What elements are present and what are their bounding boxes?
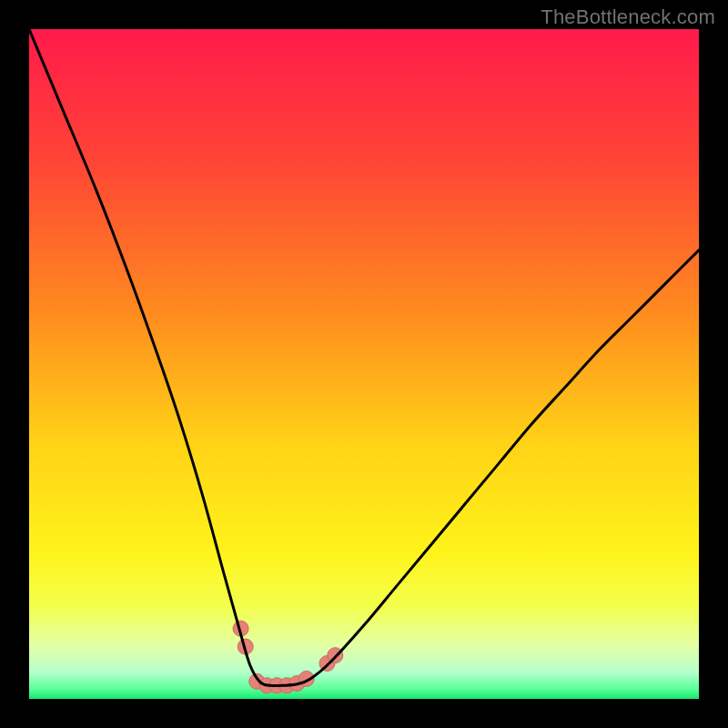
curve-layer <box>29 29 699 699</box>
chart-frame: TheBottleneck.com <box>0 0 728 728</box>
watermark-text: TheBottleneck.com <box>541 5 715 29</box>
plot-area <box>29 29 699 699</box>
bottleneck-curve <box>29 29 699 686</box>
